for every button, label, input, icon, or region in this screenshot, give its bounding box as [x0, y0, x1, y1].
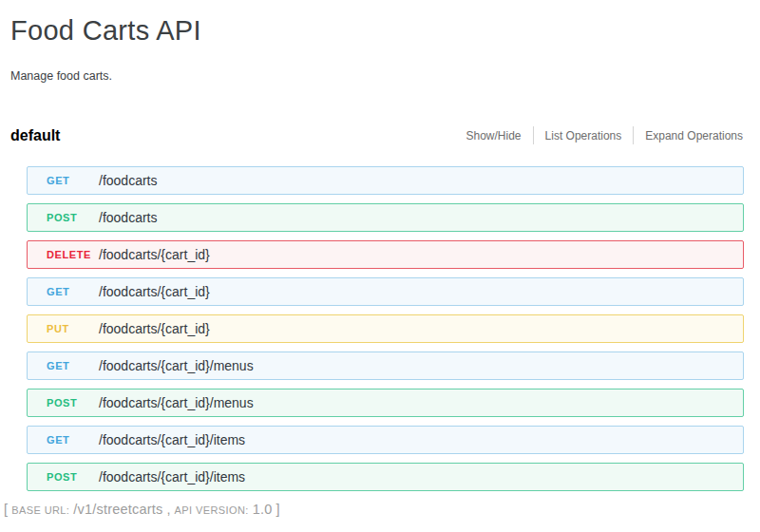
swagger-page: Food Carts API Manage food carts. defaul… — [0, 0, 760, 532]
endpoint-path[interactable]: /foodcarts/{cart_id} — [99, 284, 210, 299]
endpoint-path[interactable]: /foodcarts — [99, 210, 157, 225]
endpoint-row-get[interactable]: GET /foodcarts — [27, 166, 744, 195]
method-badge: GET — [47, 360, 99, 371]
footer-bracket-close: ] — [276, 502, 280, 517]
endpoint-list: GET /foodcarts POST /foodcarts DELETE /f… — [27, 166, 744, 491]
section-title-default[interactable]: default — [10, 127, 60, 144]
method-badge: POST — [47, 212, 99, 223]
endpoint-row-post[interactable]: POST /foodcarts/{cart_id}/menus — [27, 389, 744, 417]
base-url-label: BASE URL: — [11, 504, 69, 516]
method-badge: PUT — [47, 323, 99, 334]
endpoint-row-get[interactable]: GET /foodcarts/{cart_id}/items — [27, 426, 744, 454]
endpoint-path[interactable]: /foodcarts/{cart_id}/items — [99, 432, 245, 447]
footer-separator: , — [166, 502, 170, 517]
api-version-label: API VERSION: — [175, 504, 249, 516]
vertical-divider — [533, 126, 534, 144]
page-description: Manage food carts. — [10, 69, 760, 83]
footer-bracket-open: [ — [4, 502, 8, 517]
method-badge: POST — [47, 471, 99, 483]
endpoint-row-put[interactable]: PUT /foodcarts/{cart_id} — [27, 314, 744, 343]
endpoint-row-get[interactable]: GET /foodcarts/{cart_id}/menus — [27, 352, 744, 380]
method-badge: DELETE — [47, 249, 99, 260]
endpoint-path[interactable]: /foodcarts/{cart_id}/menus — [99, 358, 254, 373]
page-header: Food Carts API Manage food carts. — [0, 0, 760, 83]
endpoint-row-post[interactable]: POST /foodcarts — [27, 203, 744, 232]
api-version-value: 1.0 — [253, 502, 273, 517]
endpoint-path[interactable]: /foodcarts/{cart_id}/items — [99, 469, 245, 484]
list-operations-link[interactable]: List Operations — [545, 129, 622, 142]
show-hide-link[interactable]: Show/Hide — [466, 129, 522, 142]
endpoint-row-delete[interactable]: DELETE /foodcarts/{cart_id} — [27, 240, 744, 269]
endpoint-row-post[interactable]: POST /foodcarts/{cart_id}/items — [27, 463, 744, 491]
endpoint-row-get[interactable]: GET /foodcarts/{cart_id} — [27, 277, 744, 306]
api-footer: [BASE URL:/v1/streetcarts,API VERSION:1.… — [4, 502, 760, 517]
method-badge: GET — [47, 434, 99, 446]
method-badge: POST — [47, 397, 99, 408]
endpoint-path[interactable]: /foodcarts/{cart_id}/menus — [99, 395, 254, 410]
page-title: Food Carts API — [10, 15, 760, 47]
expand-operations-link[interactable]: Expand Operations — [645, 129, 743, 142]
endpoint-path[interactable]: /foodcarts/{cart_id} — [99, 247, 210, 262]
base-url-value: /v1/streetcarts — [73, 502, 162, 517]
section-actions: Show/Hide List Operations Expand Operati… — [466, 126, 743, 144]
method-badge: GET — [47, 175, 99, 186]
endpoint-path[interactable]: /foodcarts/{cart_id} — [99, 321, 210, 336]
endpoint-path[interactable]: /foodcarts — [99, 173, 157, 188]
vertical-divider — [633, 126, 634, 144]
section-header: default Show/Hide List Operations Expand… — [10, 126, 743, 144]
method-badge: GET — [47, 286, 99, 297]
